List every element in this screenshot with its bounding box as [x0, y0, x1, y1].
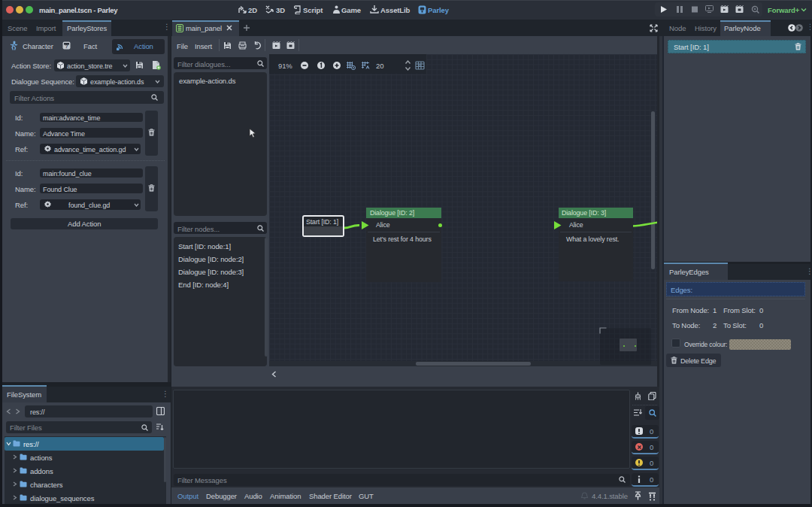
svg-text:?: ?: [65, 44, 68, 49]
